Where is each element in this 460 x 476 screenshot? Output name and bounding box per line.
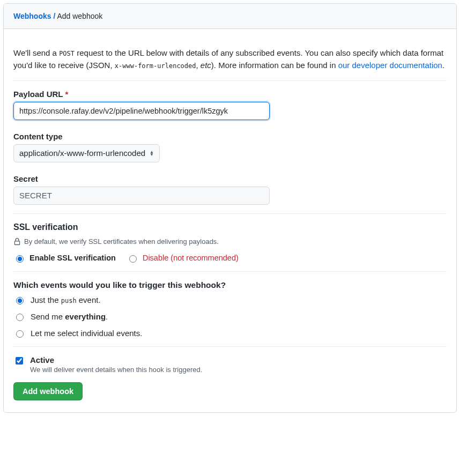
breadcrumb-root-link[interactable]: Webhooks xyxy=(13,12,51,20)
content-type-label: Content type xyxy=(13,132,447,141)
ssl-note-text: By default, we verify SSL certificates w… xyxy=(24,237,219,246)
ssl-disable-label: Disable xyxy=(143,254,168,262)
add-webhook-button[interactable]: Add webhook xyxy=(13,382,83,400)
secret-group: Secret SECRET xyxy=(13,174,447,205)
opt-text: Let me select individual events. xyxy=(31,329,142,338)
opt-text: Just the xyxy=(31,295,61,304)
push-code: push xyxy=(61,297,77,304)
divider xyxy=(13,346,447,347)
events-just-push-option[interactable]: Just the push event. xyxy=(13,295,447,304)
secret-value: SECRET xyxy=(19,191,52,200)
ssl-note: By default, we verify SSL certificates w… xyxy=(13,237,447,246)
content-type-group: Content type application/x-www-form-urle… xyxy=(13,132,447,162)
intro-seg: We'll send a xyxy=(13,48,59,57)
developer-docs-link[interactable]: our developer documentation xyxy=(338,61,442,70)
ssl-enable-label: Enable SSL verification xyxy=(29,254,116,262)
intro-text: We'll send a POST request to the URL bel… xyxy=(13,47,447,72)
content-type-select[interactable]: application/x-www-form-urlencoded ▲▼ xyxy=(13,144,160,162)
breadcrumb-separator: / xyxy=(53,12,55,20)
select-updown-icon: ▲▼ xyxy=(150,151,154,156)
opt-strong: everything xyxy=(65,312,106,321)
opt-text: Send me xyxy=(31,312,65,321)
events-individual-option[interactable]: Let me select individual events. xyxy=(13,329,447,338)
events-individual-radio[interactable] xyxy=(16,330,24,338)
ssl-enable-option[interactable]: Enable SSL verification xyxy=(13,254,116,263)
settings-panel: Webhooks / Add webhook We'll send a POST… xyxy=(3,3,457,413)
ssl-disable-sublabel: (not recommended) xyxy=(170,254,239,262)
ssl-section: SSL verification By default, we verify S… xyxy=(13,222,447,263)
events-everything-radio[interactable] xyxy=(16,314,24,321)
active-section: Active We will deliver event details whe… xyxy=(13,355,447,374)
payload-url-input[interactable] xyxy=(13,102,270,120)
intro-post-code: POST xyxy=(59,50,75,57)
payload-url-label: Payload URL * xyxy=(13,90,447,99)
opt-text: . xyxy=(106,312,108,321)
label-text: Payload URL xyxy=(13,90,63,99)
secret-input[interactable]: SECRET xyxy=(13,187,270,205)
content-type-value: application/x-www-form-urlencoded xyxy=(19,148,145,158)
ssl-disable-option[interactable]: Disable (not recommended) xyxy=(127,254,239,263)
events-section: Which events would you like to trigger t… xyxy=(13,280,447,338)
breadcrumb-current: Add webhook xyxy=(57,12,102,20)
payload-url-group: Payload URL * xyxy=(13,90,447,120)
intro-seg: . xyxy=(442,61,444,70)
divider xyxy=(13,80,447,81)
ssl-disable-radio[interactable] xyxy=(129,255,137,263)
ssl-enable-radio[interactable] xyxy=(16,255,24,263)
intro-seg: ). More information can be found in xyxy=(211,61,338,70)
events-just-push-radio[interactable] xyxy=(16,297,24,304)
active-sublabel: We will deliver event details when this … xyxy=(30,366,202,374)
intro-etc: etc xyxy=(201,61,211,70)
events-everything-option[interactable]: Send me everything. xyxy=(13,312,447,321)
ssl-heading: SSL verification xyxy=(13,222,447,232)
required-asterisk: * xyxy=(65,90,68,99)
divider xyxy=(13,271,447,272)
events-heading: Which events would you like to trigger t… xyxy=(13,280,447,290)
lock-icon xyxy=(13,237,21,246)
ssl-options: Enable SSL verification Disable (not rec… xyxy=(13,254,447,263)
divider xyxy=(13,213,447,214)
panel-header: Webhooks / Add webhook xyxy=(4,4,456,29)
active-label: Active xyxy=(30,355,202,365)
intro-seg: , xyxy=(196,61,201,70)
opt-text: event. xyxy=(77,295,101,304)
intro-form-code: x-www-form-urlencoded xyxy=(115,62,196,70)
panel-body: We'll send a POST request to the URL bel… xyxy=(4,29,456,412)
active-checkbox[interactable] xyxy=(16,357,23,365)
secret-label: Secret xyxy=(13,174,447,183)
